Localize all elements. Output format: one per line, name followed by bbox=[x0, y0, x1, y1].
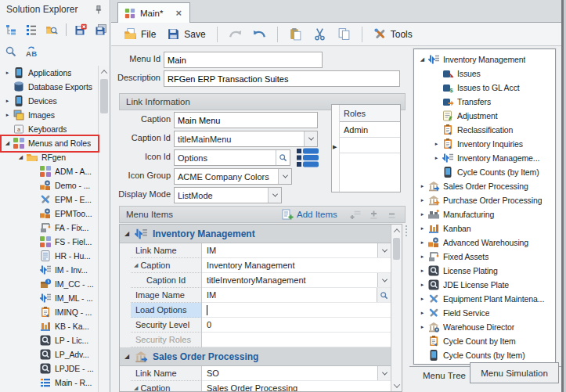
menu-tree-item[interactable]: ◢Inventory Management bbox=[414, 52, 555, 67]
property-value[interactable]: Inventory Management bbox=[202, 258, 391, 273]
property-label[interactable]: Security Roles bbox=[131, 333, 202, 347]
roles-cell[interactable]: Admin bbox=[340, 122, 400, 138]
solution-tree-item[interactable]: HR - Hu... bbox=[0, 249, 98, 263]
solution-tree-item[interactable]: LP - Lic... bbox=[0, 333, 98, 347]
tab-main[interactable]: Main* × bbox=[117, 2, 190, 23]
icon-group-combo[interactable]: ACME Company Colors bbox=[174, 168, 292, 185]
expand-arrow-icon[interactable]: ▸ bbox=[431, 155, 442, 161]
menu-tree-item[interactable]: ▸Fixed Assets bbox=[414, 250, 555, 264]
property-label[interactable]: Security Level bbox=[131, 318, 202, 333]
property-value[interactable]: IM bbox=[202, 243, 391, 258]
scroll-up-icon[interactable] bbox=[391, 225, 402, 236]
property-value[interactable] bbox=[202, 303, 391, 318]
menu-tree-item[interactable]: Adjustment bbox=[414, 109, 555, 123]
tools-button[interactable]: Tools bbox=[370, 26, 416, 42]
menu-tree-item[interactable]: ▸JDE License Plate bbox=[414, 278, 555, 292]
paste-button[interactable] bbox=[286, 26, 305, 42]
menu-tree-item[interactable]: ▸Inventory Inquiries bbox=[414, 137, 555, 151]
solution-tree-item[interactable]: IMINQ - ... bbox=[0, 305, 98, 319]
solution-tree-item[interactable]: FS - Fiel... bbox=[0, 235, 98, 249]
menu-tree-item[interactable]: ▸Purchase Order Processing bbox=[414, 193, 555, 207]
property-value[interactable]: 0 bbox=[202, 318, 391, 333]
add-items-button[interactable]: Add Items bbox=[281, 208, 337, 221]
menu-tree-item[interactable]: ▸Manufacturing bbox=[414, 207, 555, 221]
search-icon[interactable] bbox=[276, 150, 290, 165]
cut-button[interactable] bbox=[310, 26, 330, 42]
expand-arrow-icon[interactable]: ▸ bbox=[2, 98, 13, 104]
solution-tree-item[interactable]: ▸Applications bbox=[0, 66, 98, 80]
property-value[interactable]: IM bbox=[202, 288, 391, 303]
copy-button[interactable] bbox=[334, 26, 354, 42]
chevron-down-icon[interactable] bbox=[377, 366, 391, 380]
chevron-down-icon[interactable] bbox=[377, 273, 391, 287]
caption-input[interactable] bbox=[174, 112, 318, 128]
collapse-tree-button[interactable] bbox=[2, 21, 20, 38]
undo-button[interactable] bbox=[250, 26, 269, 42]
menu-item-group-header[interactable]: ◢Sales Order Processing bbox=[120, 347, 391, 366]
collapse-arrow-icon[interactable]: ◢ bbox=[134, 262, 138, 268]
solution-tree-item[interactable]: Database Exports bbox=[0, 80, 98, 94]
menu-tree-item[interactable]: ▸Field Service bbox=[414, 306, 555, 320]
expand-arrow-icon[interactable]: ▸ bbox=[417, 211, 427, 218]
solution-tree-item[interactable]: FA - Fix... bbox=[0, 221, 98, 235]
expand-arrow-icon[interactable]: ▸ bbox=[417, 183, 427, 189]
solution-tree-item[interactable]: ▸Devices bbox=[0, 94, 98, 108]
expand-arrow-icon[interactable]: ▸ bbox=[417, 225, 427, 232]
tab-menu-simulation[interactable]: Menu Simulation bbox=[470, 362, 559, 383]
solution-tree-item[interactable]: Main - R... bbox=[0, 376, 98, 390]
expand-arrow-icon[interactable]: ▸ bbox=[417, 282, 427, 288]
solution-tree-item[interactable]: ADM - A... bbox=[0, 164, 98, 178]
discard-save-button[interactable] bbox=[71, 21, 90, 38]
menu-item-group-header[interactable]: ◢Inventory Management bbox=[120, 225, 391, 243]
solution-tree-item[interactable]: ▸Images bbox=[0, 108, 98, 122]
property-label[interactable]: ◢Caption bbox=[131, 258, 202, 273]
icon-id-input[interactable]: Options bbox=[174, 149, 290, 166]
solution-tree-item[interactable]: IM_ML - ... bbox=[0, 291, 98, 305]
solution-tree-item[interactable]: Demo - ... bbox=[0, 178, 98, 192]
expand-arrow-icon[interactable]: ▸ bbox=[417, 254, 427, 260]
save-all-button[interactable] bbox=[92, 21, 110, 38]
menu-tree-item[interactable]: Transfers bbox=[414, 95, 555, 109]
file-button[interactable]: File bbox=[121, 26, 159, 42]
chevron-down-icon[interactable] bbox=[278, 169, 291, 184]
roles-cell[interactable] bbox=[340, 138, 400, 153]
collapse-arrow-icon[interactable]: ◢ bbox=[134, 385, 138, 391]
tab-menu-tree[interactable]: Menu Tree bbox=[418, 369, 470, 382]
expand-arrow-icon[interactable]: ▸ bbox=[417, 324, 427, 330]
menu-tree-item[interactable]: ▸License Plating bbox=[414, 264, 555, 278]
splitter-handle[interactable] bbox=[406, 225, 407, 236]
property-value[interactable]: SO bbox=[202, 366, 391, 381]
find-button[interactable] bbox=[2, 43, 20, 60]
replace-button[interactable]: AB bbox=[22, 43, 41, 60]
menu-tree-item[interactable]: Cycle Counts (by Item) bbox=[414, 165, 555, 179]
pin-icon[interactable] bbox=[93, 5, 103, 15]
menu-tree-item[interactable]: Cycle Count by Item bbox=[414, 334, 555, 348]
menu-tree-item[interactable]: ▸Sales Order Processing bbox=[414, 179, 555, 193]
solution-tree-item[interactable]: LPJDE - ... bbox=[0, 361, 98, 376]
expand-arrow-icon[interactable]: ▸ bbox=[417, 310, 427, 316]
scrollbar-thumb[interactable] bbox=[393, 238, 400, 260]
menu-tree-item[interactable]: $Issues to GL Acct bbox=[414, 81, 555, 95]
properties-button[interactable] bbox=[22, 21, 41, 38]
solution-tree-item[interactable]: LP_Adv... bbox=[0, 347, 98, 361]
property-value[interactable]: titleInventoryManagement bbox=[202, 273, 391, 288]
property-value[interactable]: Sales Order Processing bbox=[202, 381, 391, 391]
expand-arrow-icon[interactable]: ▸ bbox=[417, 296, 427, 302]
property-label[interactable]: Image Name bbox=[131, 288, 202, 303]
collapse-arrow-icon[interactable]: ◢ bbox=[121, 353, 132, 360]
expand-arrow-icon[interactable]: ▸ bbox=[417, 197, 427, 203]
menu-items-scrollbar[interactable] bbox=[391, 225, 402, 391]
menu-id-input[interactable] bbox=[164, 52, 323, 68]
property-label[interactable]: ◢Caption bbox=[131, 381, 202, 391]
menu-tree-item[interactable]: Cycle Counts (by Item) bbox=[414, 348, 555, 362]
expand-arrow-icon[interactable]: ▸ bbox=[2, 70, 13, 76]
roles-column-header[interactable]: Roles bbox=[340, 105, 400, 122]
scroll-up-icon[interactable] bbox=[99, 66, 110, 77]
solution-tree-scrollbar[interactable] bbox=[98, 66, 110, 392]
menu-tree-item[interactable]: ▸Inventory Manageme... bbox=[414, 151, 555, 165]
menu-tree-item[interactable]: ▸Equipment Plant Maintena... bbox=[414, 292, 555, 306]
search-icon[interactable] bbox=[377, 288, 391, 302]
display-mode-combo[interactable]: ListMode bbox=[174, 187, 282, 203]
expand-arrow-icon[interactable]: ▸ bbox=[431, 141, 442, 147]
search-folder-button[interactable] bbox=[42, 21, 61, 38]
